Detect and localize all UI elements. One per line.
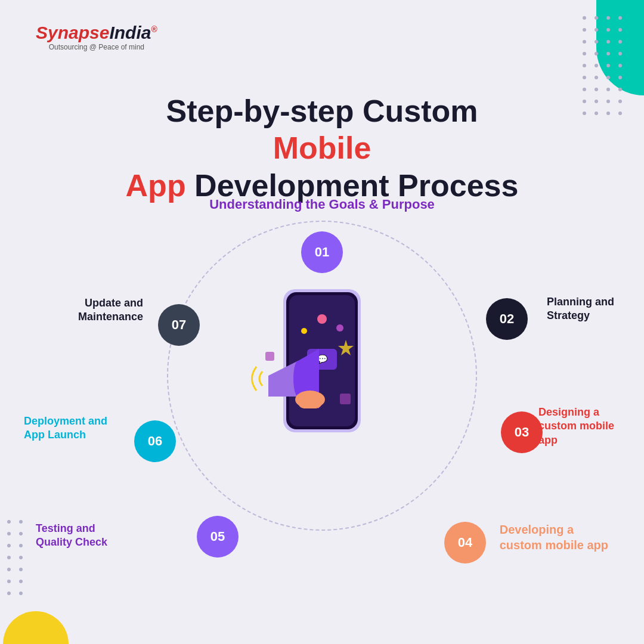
svg-point-5 bbox=[595, 28, 598, 32]
svg-point-37 bbox=[19, 520, 23, 524]
dots-bottom-left-decoration bbox=[0, 513, 36, 608]
step-07-circle: 07 bbox=[158, 304, 200, 346]
svg-point-3 bbox=[618, 16, 622, 20]
svg-point-39 bbox=[19, 532, 23, 535]
svg-point-35 bbox=[618, 112, 622, 115]
svg-point-28 bbox=[583, 100, 586, 103]
svg-point-49 bbox=[19, 592, 23, 595]
svg-point-22 bbox=[606, 76, 610, 79]
svg-point-57 bbox=[336, 324, 343, 332]
svg-point-31 bbox=[618, 100, 622, 103]
svg-rect-66 bbox=[265, 352, 274, 361]
svg-point-19 bbox=[618, 64, 622, 67]
center-phone-image: 💬 bbox=[244, 286, 400, 459]
step-04-label: Developing acustom mobile app bbox=[500, 522, 608, 553]
svg-point-13 bbox=[595, 52, 598, 55]
svg-point-7 bbox=[618, 28, 622, 32]
svg-point-20 bbox=[583, 76, 586, 79]
svg-point-0 bbox=[583, 16, 586, 20]
svg-point-14 bbox=[606, 52, 610, 55]
svg-point-48 bbox=[7, 592, 11, 595]
svg-point-43 bbox=[19, 556, 23, 559]
svg-point-56 bbox=[301, 328, 307, 334]
step-01-circle: 01 bbox=[301, 231, 343, 273]
step-05-circle: 05 bbox=[197, 516, 239, 558]
step-02-label: Planning andStrategy bbox=[547, 295, 614, 323]
svg-point-38 bbox=[7, 532, 11, 535]
subtitle: Understanding the Goals & Purpose bbox=[209, 197, 435, 212]
svg-point-21 bbox=[595, 76, 598, 79]
svg-point-26 bbox=[606, 88, 610, 91]
title-part2: App bbox=[126, 168, 186, 203]
svg-rect-64 bbox=[298, 394, 322, 408]
svg-point-8 bbox=[583, 40, 586, 44]
svg-point-17 bbox=[595, 64, 598, 67]
svg-point-41 bbox=[19, 544, 23, 547]
main-title: Step-by-step Custom Mobile App Developme… bbox=[113, 92, 531, 204]
svg-point-40 bbox=[7, 544, 11, 547]
svg-point-47 bbox=[19, 580, 23, 583]
svg-point-12 bbox=[583, 52, 586, 55]
svg-point-45 bbox=[19, 568, 23, 571]
step-07-label: Update andMaintenance bbox=[24, 296, 143, 324]
svg-point-9 bbox=[595, 40, 598, 44]
svg-point-36 bbox=[7, 520, 11, 524]
svg-point-23 bbox=[618, 76, 622, 79]
svg-point-16 bbox=[583, 64, 586, 67]
svg-point-1 bbox=[595, 16, 598, 20]
svg-point-10 bbox=[606, 40, 610, 44]
step-06-circle: 06 bbox=[134, 420, 176, 462]
svg-point-4 bbox=[583, 28, 586, 32]
step-02-circle: 02 bbox=[486, 298, 528, 340]
step-04-circle: 04 bbox=[444, 522, 486, 564]
title-highlight1: Mobile bbox=[273, 131, 371, 165]
logo-area: SynapseIndia® Outsourcing @ Peace of min… bbox=[36, 24, 157, 51]
svg-point-11 bbox=[618, 40, 622, 44]
step-05-label: Testing andQuality Check bbox=[36, 522, 107, 550]
svg-rect-67 bbox=[340, 394, 351, 404]
svg-point-34 bbox=[606, 112, 610, 115]
svg-point-24 bbox=[583, 88, 586, 91]
svg-point-62 bbox=[293, 361, 303, 397]
step-03-circle: 03 bbox=[501, 411, 543, 453]
step-06-label: Deployment andApp Launch bbox=[24, 414, 107, 442]
svg-point-25 bbox=[595, 88, 598, 91]
dots-top-right-decoration bbox=[572, 6, 644, 125]
svg-point-55 bbox=[317, 314, 327, 324]
svg-point-30 bbox=[606, 100, 610, 103]
svg-point-15 bbox=[618, 52, 622, 55]
svg-point-6 bbox=[606, 28, 610, 32]
svg-point-29 bbox=[595, 100, 598, 103]
svg-point-2 bbox=[606, 16, 610, 20]
svg-point-42 bbox=[7, 556, 11, 559]
svg-point-27 bbox=[618, 88, 622, 91]
svg-point-46 bbox=[7, 580, 11, 583]
svg-point-33 bbox=[595, 112, 598, 115]
svg-point-18 bbox=[606, 64, 610, 67]
yellow-semi-decoration bbox=[0, 608, 72, 644]
title-part1: Step-by-step Custom bbox=[166, 94, 478, 128]
svg-point-44 bbox=[7, 568, 11, 571]
step-03-label: Designing acustom mobileapp bbox=[538, 405, 614, 447]
svg-point-32 bbox=[583, 112, 586, 115]
